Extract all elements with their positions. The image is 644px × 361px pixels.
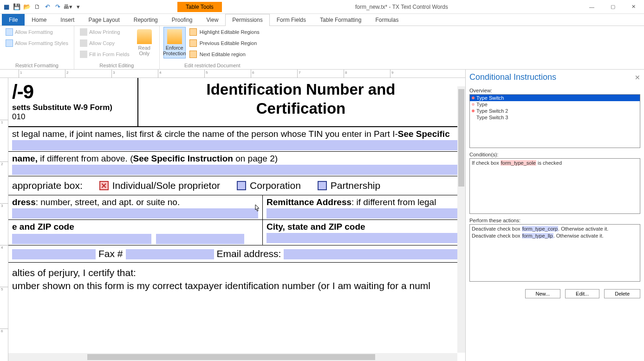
scrollbar-thumb[interactable]: [87, 354, 375, 360]
allow-formatting-button[interactable]: Allow Formatting: [4, 27, 70, 37]
address-label: dress: number, street, and apt. or suite…: [12, 197, 180, 207]
vertical-ruler[interactable]: 1234567: [0, 78, 8, 361]
legal-name-field[interactable]: [12, 140, 460, 150]
checkbox-sole-proprietor[interactable]: Individual/Sole proprietor: [99, 180, 220, 191]
list-item-label: Type: [476, 102, 488, 107]
zip2-label: City, state and ZIP code: [267, 222, 365, 232]
fill-form-fields-label: Fill in Form Fields: [89, 52, 130, 57]
overview-label: Overview:: [469, 88, 640, 93]
prev-region-button[interactable]: Previous Editable Region: [188, 38, 261, 48]
business-name-label: name, if different from above. (See Spec…: [12, 154, 278, 163]
group-title-restrict-editing: Restrict Editing: [78, 62, 156, 69]
list-item-label: Type Switch 3: [476, 115, 508, 120]
highlight-regions-button[interactable]: Highlight Editable Regions: [188, 27, 261, 37]
list-item[interactable]: Type Switch: [470, 95, 640, 101]
email-field[interactable]: [284, 249, 460, 259]
tab-table-formatting[interactable]: Table Formatting: [313, 14, 368, 26]
edit-button[interactable]: Edit...: [565, 289, 599, 298]
action-1-text: Deactivate check box: [472, 226, 522, 232]
allow-copy-button[interactable]: Allow Copy: [78, 38, 131, 48]
cond-field-ref: form_type_sole: [501, 160, 536, 166]
prev-region-icon: [189, 39, 197, 47]
print-icon[interactable]: 🖶▾: [63, 2, 72, 12]
allow-printing-button[interactable]: Allow Printing: [78, 27, 131, 37]
zip1-label: e and ZIP code: [12, 222, 74, 232]
open-icon[interactable]: 📂: [22, 2, 32, 12]
state-field[interactable]: [12, 234, 151, 244]
document-area: 123456789 1234567 /-9 setts Substitute W…: [0, 70, 465, 361]
tab-page-layout[interactable]: Page Layout: [81, 14, 126, 26]
next-region-icon: [189, 51, 197, 58]
minimize-button[interactable]: —: [581, 0, 602, 13]
allow-formatting-label: Allow Formatting: [15, 29, 53, 35]
cond-text-tail: is checked: [536, 160, 562, 166]
vertical-scrollbar[interactable]: [457, 86, 465, 353]
save-icon[interactable]: 💾: [12, 2, 21, 12]
city-state-zip-field[interactable]: [267, 233, 460, 243]
list-item[interactable]: Type Switch 2: [470, 108, 640, 114]
list-item[interactable]: Type Switch 3: [470, 114, 640, 121]
cond-text: If check box: [472, 160, 501, 166]
phone-field[interactable]: [12, 249, 96, 259]
business-name-field[interactable]: [12, 165, 460, 175]
cert-line-2: umber shown on this form is my correct t…: [12, 279, 460, 292]
redo-icon[interactable]: ↷: [53, 2, 62, 12]
checkbox-corp-label: Corporation: [250, 180, 301, 191]
document-scroll[interactable]: 1234567 /-9 setts Substitute W-9 Form) 0…: [0, 78, 465, 361]
tab-view[interactable]: View: [200, 14, 226, 26]
allow-formatting-styles-button[interactable]: Allow Formatting Styles: [4, 38, 70, 48]
fill-form-fields-button[interactable]: Fill in Form Fields: [78, 49, 131, 59]
enforce-protection-label: Enforce Protection: [163, 45, 186, 56]
scrollbar-thumb[interactable]: [458, 89, 464, 187]
checkbox-corporation[interactable]: Corporation: [237, 180, 301, 191]
horizontal-scrollbar[interactable]: [8, 353, 457, 361]
allow-formatting-styles-label: Allow Formatting Styles: [15, 40, 68, 46]
highlight-regions-label: Highlight Editable Regions: [200, 29, 260, 35]
prev-region-label: Previous Editable Region: [200, 40, 257, 46]
tab-formulas[interactable]: Formulas: [368, 14, 405, 26]
read-only-button[interactable]: Read Only: [133, 27, 156, 58]
zip-field[interactable]: [156, 234, 244, 244]
ribbon-tabs: File Home Insert Page Layout Reporting P…: [0, 14, 644, 26]
enforce-protection-button[interactable]: Enforce Protection: [163, 27, 186, 58]
status-dot-icon: [472, 110, 475, 112]
allow-formatting-icon: [6, 28, 13, 36]
tab-file[interactable]: File: [2, 14, 25, 26]
allow-copy-label: Allow Copy: [89, 40, 115, 46]
window-controls: — ▢ ✕: [581, 0, 644, 13]
address-field[interactable]: [12, 208, 258, 219]
tab-home[interactable]: Home: [25, 14, 53, 26]
document-page[interactable]: /-9 setts Substitute W-9 Form) 010 Ident…: [8, 78, 463, 361]
overview-listbox[interactable]: Type SwitchTypeType Switch 2Type Switch …: [469, 94, 640, 148]
next-region-button[interactable]: Next Editable region: [188, 49, 261, 59]
fax-field[interactable]: [126, 249, 214, 259]
tab-proofing[interactable]: Proofing: [165, 14, 200, 26]
tab-reporting[interactable]: Reporting: [127, 14, 165, 26]
new-button[interactable]: New...: [525, 289, 561, 298]
actions-box[interactable]: Deactivate check box form_type_corp. Oth…: [469, 224, 640, 282]
title-bar: ▦ 💾 📂 🗋 ↶ ↷ 🖶▾ ▾ Table Tools form_new.tx…: [0, 0, 644, 14]
group-restrict-editing: Allow Printing Allow Copy Fill in Form F…: [74, 26, 160, 69]
checkbox-icon: [237, 181, 246, 190]
delete-button[interactable]: Delete: [604, 289, 640, 298]
action-1-tail: . Otherwise activate it.: [558, 226, 608, 232]
panel-close-icon[interactable]: ✕: [635, 74, 640, 81]
form-subtitle: setts Substitute W-9 Form): [12, 103, 134, 112]
qat-customize-icon[interactable]: ▾: [73, 2, 83, 12]
horizontal-ruler[interactable]: 123456789: [0, 70, 465, 78]
list-item[interactable]: Type: [470, 101, 640, 108]
ribbon: Allow Formatting Allow Formatting Styles…: [0, 26, 644, 70]
close-button[interactable]: ✕: [623, 0, 644, 13]
new-icon[interactable]: 🗋: [33, 2, 42, 12]
maximize-button[interactable]: ▢: [602, 0, 623, 13]
tab-insert[interactable]: Insert: [53, 14, 81, 26]
workspace: 123456789 1234567 /-9 setts Substitute W…: [0, 70, 644, 361]
printer-icon: [80, 28, 87, 36]
undo-icon[interactable]: ↶: [43, 2, 52, 12]
conditions-box[interactable]: If check box form_type_sole is checked: [469, 158, 640, 214]
checkbox-partnership[interactable]: Partnership: [318, 180, 380, 191]
remittance-field[interactable]: [267, 208, 460, 219]
group-restrict-formatting: Allow Formatting Allow Formatting Styles…: [0, 26, 74, 69]
tab-permissions[interactable]: Permissions: [225, 14, 269, 26]
tab-form-fields[interactable]: Form Fields: [270, 14, 313, 26]
